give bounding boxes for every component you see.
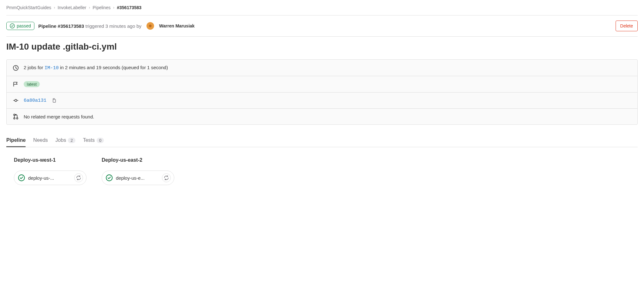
tab-needs[interactable]: Needs (33, 134, 48, 147)
svg-point-2 (15, 99, 17, 102)
branch-link[interactable]: IM-10 (45, 65, 59, 71)
page-title: IM-10 update .gitlab-ci.yml (6, 37, 638, 59)
job-name: deploy-us-e... (116, 175, 159, 181)
retry-icon (76, 175, 81, 180)
breadcrumb-item[interactable]: InvokeLabeller (57, 5, 86, 10)
job-pill[interactable]: deploy-us-... (14, 171, 86, 185)
latest-pill: latest (24, 81, 40, 87)
breadcrumb-current: #356173583 (117, 5, 141, 10)
flag-icon (13, 81, 19, 87)
delete-button[interactable]: Delete (616, 21, 638, 31)
info-box: 2 jobs for IM-10 in 2 minutes and 19 sec… (6, 59, 638, 125)
copy-icon[interactable] (51, 98, 57, 103)
tab-badge: 0 (97, 138, 104, 143)
tab-badge: 2 (68, 138, 75, 143)
info-row-tags: latest (7, 76, 637, 93)
commit-icon (13, 98, 19, 103)
stage-name: Deploy-us-east-2 (102, 157, 174, 163)
stage: Deploy-us-east-2 deploy-us-e... (102, 157, 174, 185)
breadcrumb-item[interactable]: Pipelines (92, 5, 110, 10)
retry-button[interactable] (74, 173, 83, 182)
merge-request-icon (13, 114, 19, 119)
svg-rect-3 (53, 99, 56, 102)
check-circle-icon (18, 174, 25, 181)
info-row-duration: 2 jobs for IM-10 in 2 minutes and 19 sec… (7, 60, 637, 76)
info-row-commit: 6a80a131 (7, 93, 637, 109)
check-circle-icon (10, 23, 15, 28)
retry-button[interactable] (162, 173, 171, 182)
clock-icon (13, 65, 19, 71)
chevron-right-icon: › (113, 5, 114, 10)
chevron-right-icon: › (54, 5, 55, 10)
stage-name: Deploy-us-west-1 (14, 157, 86, 163)
info-row-merge-requests: No related merge requests found. (7, 109, 637, 124)
mr-text: No related merge requests found. (24, 114, 94, 119)
check-circle-icon (106, 174, 113, 181)
svg-point-5 (14, 117, 15, 119)
job-pill[interactable]: deploy-us-e... (102, 171, 174, 185)
svg-point-6 (16, 117, 18, 119)
commit-sha-link[interactable]: 6a80a131 (24, 98, 46, 103)
breadcrumb-item[interactable]: PmmQuickStartGuides (6, 5, 51, 10)
tab-jobs[interactable]: Jobs 2 (56, 134, 75, 147)
chevron-right-icon: › (89, 5, 90, 10)
status-badge[interactable]: passed (6, 22, 34, 30)
user-name[interactable]: Warren Marusiak (159, 23, 194, 28)
pipeline-header: passed Pipeline #356173583 triggered 3 m… (6, 15, 638, 36)
tabs: Pipeline Needs Jobs 2 Tests 0 (6, 125, 638, 147)
pipeline-meta: Pipeline #356173583 triggered 3 minutes … (38, 23, 141, 29)
status-text: passed (17, 23, 31, 28)
avatar[interactable] (146, 22, 154, 30)
tab-pipeline[interactable]: Pipeline (6, 134, 26, 147)
job-name: deploy-us-... (28, 175, 71, 181)
breadcrumb: PmmQuickStartGuides › InvokeLabeller › P… (6, 5, 638, 15)
tab-tests[interactable]: Tests 0 (83, 134, 104, 147)
stage: Deploy-us-west-1 deploy-us-... (14, 157, 86, 185)
duration-text: 2 jobs for IM-10 in 2 minutes and 19 sec… (24, 65, 168, 71)
svg-point-4 (14, 114, 15, 116)
retry-icon (164, 175, 169, 180)
pipeline-stages: Deploy-us-west-1 deploy-us-... Deploy-us… (6, 147, 638, 195)
